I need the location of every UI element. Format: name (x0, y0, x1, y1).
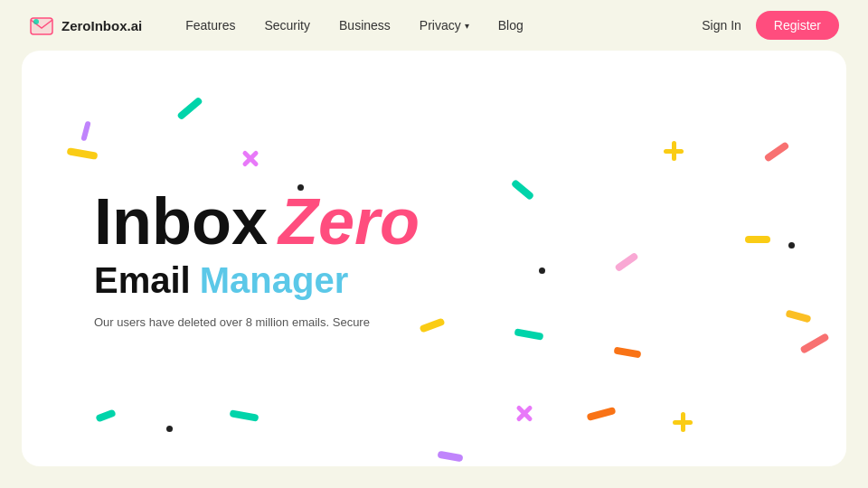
hero-title: Inbox Zero (94, 188, 420, 257)
confetti-bar-9 (799, 333, 829, 354)
hero-description: Our users have deleted over 8 million em… (94, 315, 420, 329)
nav-business[interactable]: Business (339, 18, 391, 33)
subtitle-manager: Manager (200, 260, 349, 301)
title-inbox: Inbox (94, 188, 268, 257)
confetti-x-3 (241, 148, 260, 168)
confetti-x-10 (514, 403, 534, 423)
hero-content: Inbox Zero Email Manager Our users have … (94, 188, 420, 329)
svg-point-2 (33, 19, 39, 24)
confetti-bar-6 (511, 179, 535, 201)
nav-right: Sign In Register (702, 11, 839, 40)
confetti-bar-11 (587, 407, 617, 421)
logo[interactable]: ZeroInbox.ai (29, 13, 142, 38)
logo-icon (29, 13, 54, 38)
nav-security[interactable]: Security (264, 18, 310, 33)
dot-1 (539, 267, 545, 274)
dot-2 (788, 242, 795, 249)
confetti-bar-5 (763, 141, 789, 163)
confetti-bar-16 (614, 252, 639, 273)
logo-text: ZeroInbox.ai (61, 18, 142, 33)
confetti-bar-0 (176, 97, 203, 121)
confetti-bar-7 (419, 317, 445, 333)
confetti-bar-20 (745, 236, 770, 243)
nav-links: Features Security Business Privacy ▾ Blo… (185, 18, 702, 33)
confetti-plus-4 (664, 141, 684, 161)
navbar: ZeroInbox.ai Features Security Business … (0, 0, 868, 51)
confetti-bar-1 (80, 121, 90, 142)
chevron-down-icon: ▾ (465, 21, 469, 31)
confetti-bar-19 (95, 408, 116, 422)
sign-in-button[interactable]: Sign In (702, 18, 741, 33)
dot-3 (166, 426, 173, 432)
confetti-plus-12 (673, 412, 693, 432)
confetti-bar-15 (785, 310, 811, 324)
nav-blog[interactable]: Blog (498, 18, 524, 33)
confetti-bar-13 (230, 409, 259, 421)
confetti-bar-2 (67, 147, 99, 160)
hero-wrapper: Inbox Zero Email Manager Our users have … (0, 51, 868, 488)
register-button[interactable]: Register (756, 11, 839, 40)
nav-privacy[interactable]: Privacy ▾ (420, 18, 469, 33)
subtitle-email: Email (94, 260, 191, 301)
confetti-bar-14 (614, 346, 642, 358)
confetti-bar-18 (438, 451, 464, 463)
title-zero: Zero (278, 188, 420, 257)
confetti-bar-8 (514, 328, 544, 340)
nav-features[interactable]: Features (185, 18, 235, 33)
hero-card: Inbox Zero Email Manager Our users have … (22, 51, 846, 466)
hero-subtitle: Email Manager (94, 260, 420, 301)
